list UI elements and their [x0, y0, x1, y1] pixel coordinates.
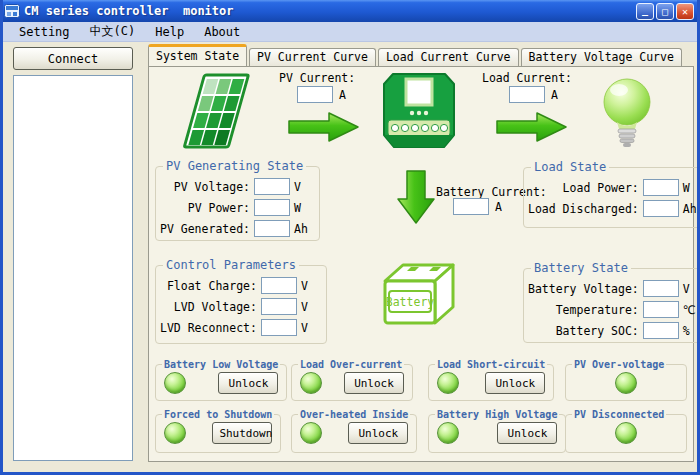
lvd-reconnect-unit: V — [301, 321, 320, 335]
tab-load-current-curve[interactable]: Load Current Curve — [378, 48, 519, 66]
menu-help[interactable]: Help — [146, 24, 193, 40]
status-led — [615, 372, 637, 394]
group-title: Load State — [531, 160, 609, 174]
alarm-pv-disconnected: PV Disconnected — [565, 409, 687, 453]
battery-icon-label: Battery — [386, 295, 435, 309]
load-discharged-unit: Ah — [683, 202, 700, 216]
unlock-button[interactable]: Unlock — [497, 422, 557, 444]
lvd-voltage-label: LVD Voltage: — [174, 300, 257, 314]
lvd-voltage-unit: V — [301, 300, 320, 314]
load-discharged-field[interactable] — [643, 200, 679, 217]
minimize-button[interactable]: _ — [636, 3, 654, 20]
shutdown-button[interactable]: Shutdown — [212, 422, 272, 444]
battery-current-field[interactable] — [453, 198, 489, 215]
status-led — [437, 372, 459, 394]
battery-icon: Battery — [377, 255, 461, 337]
lvd-reconnect-label: LVD Reconnect: — [160, 321, 257, 335]
menu-about[interactable]: About — [195, 24, 249, 40]
battery-soc-label: Battery SOC: — [556, 324, 639, 338]
alarm-over-heated-inside: Over-heated Inside Unlock — [291, 409, 417, 453]
alarm-load-over-current: Load Over-current Unlock — [291, 359, 413, 401]
temperature-unit: ℃ — [683, 303, 700, 317]
unlock-button[interactable]: Unlock — [218, 372, 278, 394]
alarm-title: Battery High Voltage — [435, 409, 559, 420]
pv-voltage-field[interactable] — [254, 178, 290, 195]
status-led — [300, 372, 322, 394]
control-parameters-group: Control Parameters Float Charge: V LVD V… — [155, 258, 327, 344]
alarm-title: Battery Low Voltage — [162, 359, 280, 370]
device-list[interactable] — [13, 75, 133, 461]
menu-setting[interactable]: Setting — [10, 24, 79, 40]
unlock-button[interactable]: Unlock — [485, 372, 545, 394]
lvd-reconnect-field[interactable] — [261, 319, 297, 336]
temperature-label: Temperature: — [556, 303, 639, 317]
lvd-voltage-field[interactable] — [261, 298, 297, 315]
status-led — [615, 422, 637, 444]
pv-current-field[interactable] — [297, 86, 333, 103]
group-title: Control Parameters — [163, 258, 299, 272]
close-button[interactable]: ✕ — [676, 3, 694, 20]
flow-arrow-right-icon — [496, 111, 568, 147]
battery-voltage-label: Battery Voltage: — [528, 282, 639, 296]
alarm-title: PV Disconnected — [572, 409, 666, 420]
alarm-battery-high-voltage: Battery High Voltage Unlock — [428, 409, 566, 453]
unlock-button[interactable]: Unlock — [348, 422, 408, 444]
load-current-unit: A — [551, 88, 558, 102]
tab-strip: System State PV Current Curve Load Curre… — [148, 47, 684, 66]
alarm-pv-over-voltage: PV Over-voltage — [565, 359, 687, 401]
controller-icon — [379, 72, 459, 154]
battery-voltage-unit: V — [683, 282, 700, 296]
alarm-title: Load Short-circuit — [435, 359, 547, 370]
window-controls: _ □ ✕ — [636, 3, 694, 20]
load-state-group: Load State Load Power: W Load Discharged… — [523, 160, 700, 228]
tab-battery-voltage-curve[interactable]: Battery Voltage Curve — [521, 48, 682, 66]
temperature-field[interactable] — [643, 301, 679, 318]
alarm-title: Over-heated Inside — [298, 409, 410, 420]
battery-voltage-field[interactable] — [643, 280, 679, 297]
pv-current-label: PV Current: — [279, 71, 355, 85]
battery-soc-unit: % — [683, 324, 700, 338]
status-led — [164, 422, 186, 444]
alarm-title: PV Over-voltage — [572, 359, 666, 370]
app-icon — [4, 3, 20, 19]
menu-language[interactable]: 中文(C) — [81, 22, 145, 41]
tab-pv-current-curve[interactable]: PV Current Curve — [249, 48, 376, 66]
alarm-battery-low-voltage: Battery Low Voltage Unlock — [155, 359, 287, 401]
pv-power-label: PV Power: — [188, 201, 250, 215]
float-charge-field[interactable] — [261, 277, 297, 294]
pv-generated-field[interactable] — [254, 220, 290, 237]
load-discharged-label: Load Discharged: — [528, 202, 639, 216]
load-power-label: Load Power: — [563, 181, 639, 195]
load-current-field[interactable] — [509, 86, 545, 103]
pv-power-unit: W — [294, 201, 313, 215]
titlebar: CM series controller monitor _ □ ✕ — [0, 0, 700, 22]
alarm-forced-to-shutdown: Forced to Shutdown Shutdown — [155, 409, 281, 453]
group-title: PV Generating State — [163, 159, 306, 173]
tab-system-state[interactable]: System State — [148, 44, 247, 66]
maximize-button[interactable]: □ — [656, 3, 674, 20]
load-power-field[interactable] — [643, 179, 679, 196]
app-window: CM series controller monitor _ □ ✕ Setti… — [0, 0, 700, 475]
pv-current-unit: A — [339, 88, 346, 102]
connect-button[interactable]: Connect — [13, 47, 133, 70]
status-led — [164, 372, 186, 394]
pv-generated-unit: Ah — [294, 222, 313, 236]
pv-generating-state-group: PV Generating State PV Voltage: V PV Pow… — [155, 159, 320, 241]
menubar: Setting 中文(C) Help About — [0, 22, 700, 42]
load-current-label: Load Current: — [482, 71, 572, 85]
alarm-title: Load Over-current — [298, 359, 404, 370]
light-bulb-icon — [599, 77, 655, 153]
window-title: CM series controller monitor — [24, 4, 636, 18]
pv-voltage-unit: V — [294, 180, 313, 194]
float-charge-unit: V — [301, 279, 320, 293]
group-title: Battery State — [531, 261, 631, 275]
solar-panel-icon — [183, 73, 253, 153]
unlock-button[interactable]: Unlock — [344, 372, 404, 394]
battery-current-unit: A — [495, 200, 502, 214]
pv-power-field[interactable] — [254, 199, 290, 216]
status-led — [300, 422, 322, 444]
battery-state-group: Battery State Battery Voltage: V Tempera… — [523, 261, 700, 343]
battery-soc-field[interactable] — [643, 322, 679, 339]
pv-voltage-label: PV Voltage: — [174, 180, 250, 194]
pv-generated-label: PV Generated: — [160, 222, 250, 236]
